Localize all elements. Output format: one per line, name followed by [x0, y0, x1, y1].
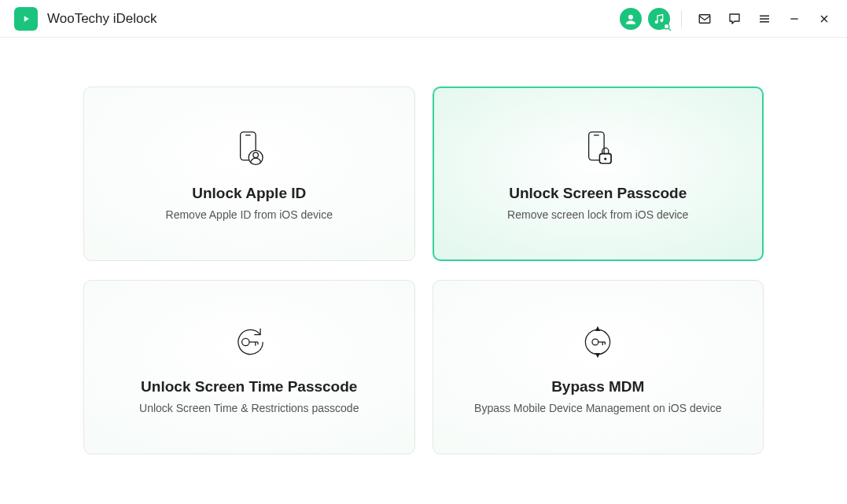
card-desc: Unlock Screen Time & Restrictions passco…	[139, 402, 359, 414]
app-logo	[14, 7, 38, 31]
svg-point-3	[660, 19, 663, 22]
hamburger-icon	[757, 12, 772, 26]
svg-point-29	[592, 339, 598, 345]
titlebar: WooTechy iDelock	[0, 0, 847, 38]
titlebar-right	[620, 7, 836, 31]
speech-bubble-icon	[727, 12, 742, 26]
close-button[interactable]	[812, 7, 836, 31]
menu-button[interactable]	[753, 7, 776, 31]
svg-point-4	[664, 24, 668, 28]
music-search-button[interactable]	[648, 8, 670, 30]
card-desc: Bypass Mobile Device Management on iOS d…	[474, 402, 721, 414]
card-title: Unlock Screen Passcode	[509, 185, 687, 202]
svg-point-22	[241, 338, 249, 345]
mail-button[interactable]	[693, 7, 716, 31]
svg-marker-28	[595, 353, 600, 358]
account-button[interactable]	[620, 8, 642, 30]
card-desc: Remove screen lock from iOS device	[507, 208, 688, 221]
svg-point-2	[655, 20, 658, 24]
phone-lock-icon	[577, 127, 618, 171]
card-bypass-mdm[interactable]: Bypass MDM Bypass Mobile Device Manageme…	[433, 280, 764, 454]
logo-play-icon	[19, 12, 33, 26]
svg-marker-27	[595, 326, 600, 331]
person-icon	[624, 12, 638, 26]
svg-point-26	[586, 329, 610, 354]
mail-icon	[698, 12, 712, 26]
options-grid: Unlock Apple ID Remove Apple ID from iOS…	[83, 86, 764, 454]
close-icon	[818, 13, 830, 25]
card-title: Bypass MDM	[551, 378, 644, 395]
magnifier-icon	[663, 23, 672, 31]
card-title: Unlock Apple ID	[192, 185, 306, 202]
card-title: Unlock Screen Time Passcode	[141, 378, 357, 395]
svg-line-5	[668, 28, 671, 30]
card-unlock-apple-id[interactable]: Unlock Apple ID Remove Apple ID from iOS…	[83, 86, 415, 261]
feedback-button[interactable]	[723, 7, 746, 31]
svg-rect-6	[699, 14, 710, 23]
svg-point-1	[628, 14, 633, 19]
minimize-icon	[788, 13, 801, 25]
card-unlock-screen-time-passcode[interactable]: Unlock Screen Time Passcode Unlock Scree…	[83, 280, 415, 454]
minimize-button[interactable]	[783, 7, 806, 31]
app-title: WooTechy iDelock	[47, 11, 157, 27]
key-refresh-icon	[230, 320, 269, 364]
titlebar-divider	[681, 10, 682, 28]
compass-key-icon	[578, 320, 617, 364]
phone-user-icon	[229, 127, 270, 171]
card-unlock-screen-passcode[interactable]: Unlock Screen Passcode Remove screen loc…	[433, 86, 764, 261]
main-content: Unlock Apple ID Remove Apple ID from iOS…	[0, 38, 847, 454]
svg-point-21	[604, 157, 606, 160]
card-desc: Remove Apple ID from iOS device	[166, 208, 333, 221]
